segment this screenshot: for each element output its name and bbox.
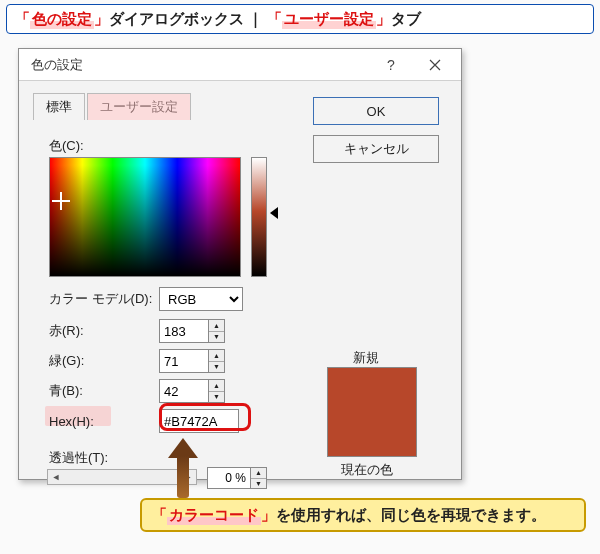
callout-arrow-icon [172, 438, 194, 496]
keyword-color-code: カラーコード [167, 506, 261, 525]
caption-text-1: ダイアログボックス [109, 10, 244, 29]
caption-top: 「 色の設定 」 ダイアログボックス ｜ 「 ユーザー設定 」 タブ [6, 4, 594, 34]
bracket-open2-icon: 「 [267, 10, 282, 29]
red-stepper[interactable]: ▲▼ [159, 319, 225, 343]
down-arrow-icon[interactable]: ▼ [209, 362, 224, 373]
color-preview-swatch [327, 367, 417, 457]
close-button[interactable] [413, 51, 457, 79]
green-input[interactable] [159, 349, 209, 373]
down-arrow-icon[interactable]: ▼ [251, 479, 266, 489]
green-stepper[interactable]: ▲▼ [159, 349, 225, 373]
tab-custom[interactable]: ユーザー設定 [87, 93, 191, 120]
label-red: 赤(R): [49, 322, 159, 340]
left-arrow-icon[interactable]: ◄ [48, 470, 64, 484]
ok-button[interactable]: OK [313, 97, 439, 125]
row-blue: 青(B): ▲▼ [49, 379, 225, 403]
help-button[interactable]: ? [369, 51, 413, 79]
keyword-color-settings: 色の設定 [30, 10, 94, 29]
red-input[interactable] [159, 319, 209, 343]
caption-bottom-text: を使用すれば、同じ色を再現できます。 [276, 506, 546, 525]
up-arrow-icon[interactable]: ▲ [209, 380, 224, 392]
bracket-close3-icon: 」 [261, 506, 276, 525]
bracket-close2-icon: 」 [376, 10, 391, 29]
label-blue: 青(B): [49, 382, 159, 400]
hex-input[interactable] [159, 409, 239, 433]
separator-pipe-icon: ｜ [244, 10, 267, 29]
close-icon [429, 59, 441, 71]
color-gradient-picker[interactable] [49, 157, 241, 277]
down-arrow-icon[interactable]: ▼ [209, 392, 224, 403]
tab-standard[interactable]: 標準 [33, 93, 85, 120]
bracket-close-icon: 」 [94, 10, 109, 29]
blue-stepper[interactable]: ▲▼ [159, 379, 225, 403]
bracket-open-icon: 「 [15, 10, 30, 29]
keyword-custom-tab: ユーザー設定 [282, 10, 376, 29]
up-arrow-icon[interactable]: ▲ [209, 320, 224, 332]
cancel-button[interactable]: キャンセル [313, 135, 439, 163]
blue-input[interactable] [159, 379, 209, 403]
caption-text-2: タブ [391, 10, 421, 29]
luminance-slider[interactable] [251, 157, 267, 277]
label-new-color: 新規 [353, 349, 379, 367]
down-arrow-icon[interactable]: ▼ [209, 332, 224, 343]
tab-strip: 標準 ユーザー設定 [33, 93, 191, 120]
bracket-open3-icon: 「 [152, 506, 167, 525]
dialog-title: 色の設定 [31, 56, 83, 74]
label-green: 緑(G): [49, 352, 159, 370]
row-red: 赤(R): ▲▼ [49, 319, 225, 343]
up-arrow-icon[interactable]: ▲ [209, 350, 224, 362]
label-color: 色(C): [49, 137, 84, 155]
transparency-stepper[interactable]: ▲▼ [207, 467, 267, 489]
color-settings-dialog: 色の設定 ? 標準 ユーザー設定 OK キャンセル 色(C): カラー モデル(… [18, 48, 462, 480]
caption-bottom: 「 カラーコード 」 を使用すれば、同じ色を再現できます。 [140, 498, 586, 532]
row-hex: Hex(H): [49, 409, 239, 433]
label-transparency: 透過性(T): [49, 449, 108, 467]
up-arrow-icon[interactable]: ▲ [251, 468, 266, 479]
picker-cursor-icon [56, 196, 66, 206]
transparency-input[interactable] [207, 467, 251, 489]
row-green: 緑(G): ▲▼ [49, 349, 225, 373]
titlebar: 色の設定 ? [19, 49, 461, 81]
label-current-color: 現在の色 [341, 461, 393, 479]
luminance-arrow-icon [270, 207, 278, 219]
label-hex: Hex(H): [49, 414, 159, 429]
color-model-select[interactable]: RGB [159, 287, 243, 311]
row-color-model: カラー モデル(D): RGB [49, 287, 243, 311]
label-color-model: カラー モデル(D): [49, 290, 159, 308]
